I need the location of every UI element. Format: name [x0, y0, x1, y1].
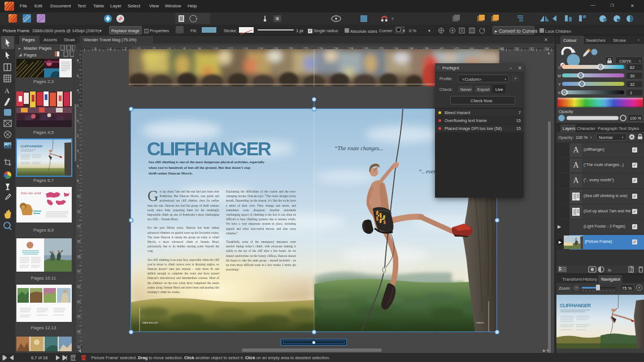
svg-text:26: 26	[77, 315, 81, 318]
svg-text:M: M	[558, 74, 561, 78]
svg-text:Y: Y	[558, 82, 561, 86]
svg-text:10: 10	[77, 194, 81, 198]
svg-text:A: A	[5, 87, 10, 95]
svg-text:16: 16	[77, 239, 81, 243]
svg-text:CLIFFHANGER: CLIFFHANGER	[560, 303, 591, 308]
svg-text:-6: -6	[93, 47, 97, 51]
svg-text:52: 52	[530, 47, 534, 51]
svg-text:30: 30	[630, 73, 634, 78]
svg-text:28: 28	[77, 330, 81, 333]
svg-text:CLIFFHANGER: CLIFFHANGER	[20, 145, 43, 148]
svg-text:K: K	[558, 91, 561, 95]
svg-text:30: 30	[77, 345, 81, 348]
svg-text:48: 48	[500, 47, 504, 51]
svg-text:Into the wild: Into the wild	[20, 191, 41, 195]
svg-text:50: 50	[515, 47, 520, 51]
svg-text:20: 20	[77, 269, 81, 273]
svg-text:WANDERLUST: WANDERLUST	[142, 321, 158, 324]
svg-text:24: 24	[77, 300, 81, 303]
svg-text:54: 54	[545, 47, 550, 51]
svg-text:14: 14	[77, 224, 81, 228]
svg-text:TRAVEL: TRAVEL	[476, 321, 485, 324]
svg-text:-4: -4	[108, 47, 112, 51]
svg-text:C: C	[558, 66, 561, 69]
svg-text:-2: -2	[123, 47, 127, 51]
svg-text:18: 18	[77, 255, 81, 258]
svg-text:1: 1	[630, 90, 632, 95]
svg-text:12: 12	[77, 210, 81, 213]
svg-text:62: 62	[630, 65, 634, 70]
svg-text:fx: fx	[608, 268, 612, 273]
svg-text:32: 32	[630, 82, 634, 87]
svg-text:22: 22	[77, 285, 81, 288]
